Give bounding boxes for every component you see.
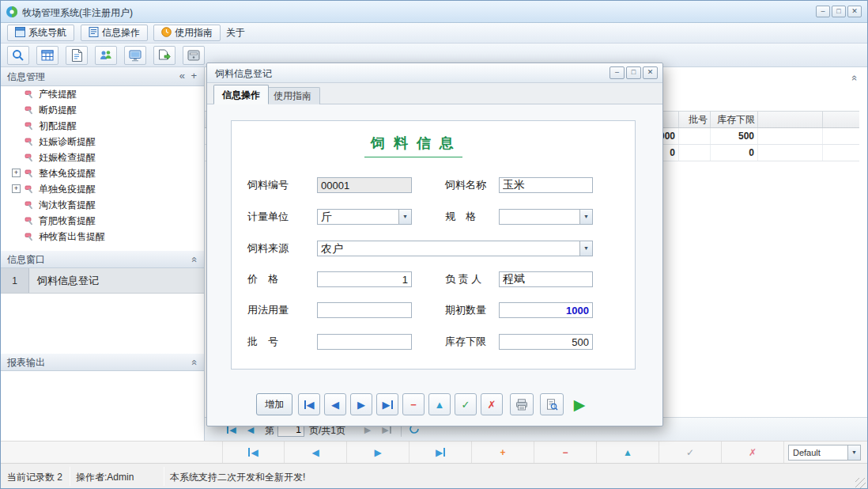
stock-limit-input[interactable] xyxy=(499,334,593,350)
batch-input[interactable] xyxy=(317,334,412,350)
reminder-icon xyxy=(25,231,35,247)
menu-tab-system-nav[interactable]: 系统导航 xyxy=(7,25,74,41)
menu-tab-about[interactable]: 关于 xyxy=(219,25,252,41)
feed-info-dialog: 饲料信息登记 – □ ✕ 信息操作 使用指南 饲 料 信 息 饲料编号 饲料名称… xyxy=(206,63,663,426)
print-button[interactable] xyxy=(510,393,534,415)
tree-item[interactable]: +单独免疫提醒 xyxy=(1,181,204,197)
dialog-maximize-button[interactable]: □ xyxy=(626,66,641,79)
feed-code-input[interactable] xyxy=(317,177,412,193)
tree-item[interactable]: 种牧畜出售提醒 xyxy=(1,229,204,244)
users-icon[interactable] xyxy=(95,46,117,65)
spec-combo[interactable]: ▼ xyxy=(499,209,593,225)
grid-delete-button[interactable]: − xyxy=(534,442,597,463)
dialog-tab-user-guide[interactable]: 使用指南 xyxy=(265,87,320,104)
menu-tab-info-ops[interactable]: 信息操作 xyxy=(81,25,148,41)
nav-next-button[interactable]: ▶ xyxy=(350,393,372,415)
grid-edit-button[interactable]: ▲ xyxy=(597,442,659,463)
dialog-tab-info-ops[interactable]: 信息操作 xyxy=(213,85,269,104)
tree-item[interactable]: 妊娠检查提醒 xyxy=(1,150,204,165)
dialog-minimize-button[interactable]: – xyxy=(609,66,625,79)
minimize-button[interactable]: – xyxy=(816,6,830,17)
person-label: 负 责 人 xyxy=(445,271,481,287)
window-icon xyxy=(15,27,25,40)
reminder-tree: 产犊提醒 断奶提醒 初配提醒 妊娠诊断提醒 妊娠检查提醒 +整体免疫提醒 +单独… xyxy=(1,86,204,244)
collapse-panel-icon[interactable]: « xyxy=(179,67,185,85)
export-icon[interactable] xyxy=(153,46,175,65)
feed-name-input[interactable] xyxy=(499,177,593,193)
info-window-row[interactable]: 1 饲料信息登记 xyxy=(1,268,204,294)
tree-item[interactable]: 初配提醒 xyxy=(1,118,204,134)
document-icon[interactable] xyxy=(66,46,88,65)
separator xyxy=(164,467,164,486)
collapse-section-icon[interactable]: « xyxy=(185,256,202,262)
tree-expand-icon[interactable]: + xyxy=(12,169,21,177)
usage-label: 用法用量 xyxy=(247,302,289,318)
row-label[interactable]: 饲料信息登记 xyxy=(29,268,204,293)
spec-label: 规 格 xyxy=(445,209,476,225)
form-title: 饲 料 信 息 xyxy=(364,134,462,157)
initial-qty-input[interactable] xyxy=(499,302,593,318)
pin-panel-icon[interactable]: + xyxy=(191,67,197,85)
tree-item[interactable]: 产犊提醒 xyxy=(1,86,204,102)
tree-item[interactable]: 淘汰牧畜提醒 xyxy=(1,197,204,213)
dialog-close-button[interactable]: ✕ xyxy=(643,66,658,79)
tree-expand-icon[interactable]: + xyxy=(12,184,21,193)
chevron-down-icon[interactable]: ▼ xyxy=(579,241,592,256)
record-navigator-bar: ◀ ◀ ▶ ▶ + − ▲ ✓ ✗ Default ▼ xyxy=(1,441,867,463)
print-preview-button[interactable] xyxy=(540,393,564,415)
run-button[interactable]: ▶ xyxy=(568,393,591,415)
table-icon[interactable] xyxy=(36,46,58,65)
grid-last-button[interactable]: ▶ xyxy=(409,442,472,463)
chevron-down-icon[interactable]: ▼ xyxy=(398,210,411,224)
nav-last-button[interactable]: ▶ xyxy=(376,393,398,415)
grid-cancel-button[interactable]: ✗ xyxy=(722,442,784,463)
price-input[interactable] xyxy=(317,271,412,287)
source-combo[interactable]: 农户 ▼ xyxy=(317,241,593,256)
collapse-section-icon[interactable]: « xyxy=(185,359,202,365)
grid-next-button[interactable]: ▶ xyxy=(347,442,409,463)
dialog-title-bar[interactable]: 饲料信息登记 – □ ✕ xyxy=(207,63,662,83)
nav-prev-button[interactable]: ◀ xyxy=(324,393,346,415)
nav-first-button[interactable]: ◀ xyxy=(298,393,320,415)
grid-first-button[interactable]: ◀ xyxy=(222,442,285,463)
dialog-title: 饲料信息登记 xyxy=(215,67,272,81)
grid-prev-button[interactable]: ◀ xyxy=(285,442,347,463)
delete-record-button[interactable]: − xyxy=(402,393,425,415)
app-logo-icon xyxy=(6,6,18,18)
tree-item[interactable]: 断奶提醒 xyxy=(1,102,204,118)
status-bar: 当前记录数 2 操作者:Admin 本系统支持二次开发和全新开发! xyxy=(1,463,867,489)
panel-header-info-window: 信息窗口 « xyxy=(1,251,204,268)
initial-qty-label: 期初数量 xyxy=(445,302,486,318)
dialog-tab-bar: 信息操作 使用指南 xyxy=(207,83,662,104)
chevron-down-icon[interactable]: ▼ xyxy=(847,445,860,460)
column-header-limit[interactable]: 库存下限 xyxy=(711,112,758,127)
tree-item[interactable]: 妊娠诊断提醒 xyxy=(1,134,204,150)
cancel-record-button[interactable]: ✗ xyxy=(481,393,503,415)
clipboard-icon xyxy=(89,27,99,40)
person-input[interactable] xyxy=(499,271,593,287)
skin-selector[interactable]: Default ▼ xyxy=(788,445,861,461)
search-icon[interactable] xyxy=(7,46,29,65)
usage-input[interactable] xyxy=(317,302,412,318)
column-header-batch[interactable]: 批号 xyxy=(679,112,711,127)
skin-selected-value: Default xyxy=(793,445,821,460)
resize-grip[interactable] xyxy=(855,478,866,488)
clock-icon xyxy=(161,27,172,40)
grid-post-button[interactable]: ✓ xyxy=(659,442,722,463)
archive-icon[interactable] xyxy=(183,46,205,65)
add-record-button[interactable]: 增加 xyxy=(256,393,292,415)
feed-code-label: 饲料编号 xyxy=(247,177,289,193)
maximize-button[interactable]: □ xyxy=(832,6,846,17)
panel-header-report-output: 报表输出 « xyxy=(1,354,204,371)
menu-tab-user-guide[interactable]: 使用指南 xyxy=(153,25,221,41)
monitor-icon[interactable] xyxy=(124,46,146,65)
tree-item[interactable]: +整体免疫提醒 xyxy=(1,165,204,181)
tree-item[interactable]: 育肥牧畜提醒 xyxy=(1,213,204,229)
close-button[interactable]: ✕ xyxy=(847,6,862,17)
grid-append-button[interactable]: + xyxy=(472,442,534,463)
post-record-button[interactable]: ✓ xyxy=(455,393,477,415)
edit-record-button[interactable]: ▲ xyxy=(428,393,451,415)
collapse-content-icon[interactable]: « xyxy=(849,75,861,81)
chevron-down-icon[interactable]: ▼ xyxy=(579,210,592,224)
unit-combo[interactable]: 斤 ▼ xyxy=(317,209,412,225)
